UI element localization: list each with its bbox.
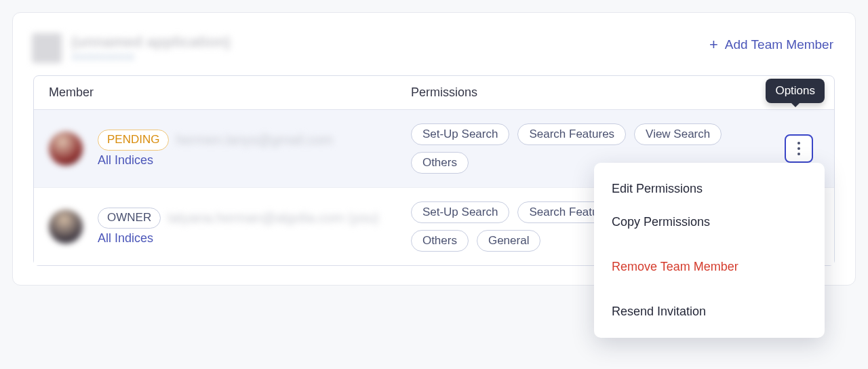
column-header-permissions: Permissions bbox=[411, 85, 778, 100]
table-header: Member Permissions bbox=[34, 76, 834, 110]
app-meta: (unnamed application) XXXXXXXXXX bbox=[71, 34, 231, 62]
options-tooltip: Options bbox=[766, 79, 825, 103]
app-subtitle: XXXXXXXXXX bbox=[71, 52, 231, 62]
member-cell: OWNER tatyana.herman@algolia.com (you) A… bbox=[49, 201, 411, 252]
menu-resend-invitation[interactable]: Resend Invitation bbox=[594, 295, 825, 328]
member-email: hermen.lanys@gmail.com bbox=[176, 132, 333, 148]
permission-chip: Others bbox=[411, 230, 469, 252]
permission-chip: General bbox=[477, 230, 540, 252]
team-card: (unnamed application) XXXXXXXXXX + Add T… bbox=[12, 12, 856, 286]
avatar bbox=[49, 210, 83, 244]
status-badge-pending: PENDING bbox=[98, 130, 169, 150]
app-thumbnail bbox=[32, 33, 62, 63]
table-row: PENDING hermen.lanys@gmail.com All Indic… bbox=[34, 110, 834, 188]
member-indices[interactable]: All Indices bbox=[98, 153, 333, 168]
permission-chip: Others bbox=[411, 152, 469, 174]
row-options-button[interactable] bbox=[785, 134, 813, 163]
menu-remove-member[interactable]: Remove Team Member bbox=[594, 250, 825, 284]
permission-chip: Set-Up Search bbox=[411, 123, 510, 145]
plus-icon: + bbox=[709, 37, 718, 52]
members-table: Member Permissions PENDING hermen.lanys@… bbox=[33, 75, 835, 266]
kebab-icon bbox=[797, 142, 800, 155]
member-indices[interactable]: All Indices bbox=[98, 231, 379, 246]
app-title: (unnamed application) bbox=[71, 34, 231, 50]
menu-separator bbox=[594, 244, 825, 245]
permission-chip: Search Features bbox=[517, 123, 626, 145]
menu-edit-permissions[interactable]: Edit Permissions bbox=[594, 172, 825, 206]
add-team-member-button[interactable]: + Add Team Member bbox=[708, 33, 835, 56]
permission-chip: Set-Up Search bbox=[411, 201, 510, 223]
member-email: tatyana.herman@algolia.com (you) bbox=[167, 210, 379, 226]
member-cell: PENDING hermen.lanys@gmail.com All Indic… bbox=[49, 123, 411, 174]
add-team-member-label: Add Team Member bbox=[725, 37, 833, 52]
column-header-member: Member bbox=[49, 85, 411, 100]
app-identity: (unnamed application) XXXXXXXXXX bbox=[32, 33, 231, 63]
card-header: (unnamed application) XXXXXXXXXX + Add T… bbox=[13, 26, 855, 75]
options-menu: Edit Permissions Copy Permissions Remove… bbox=[594, 163, 825, 338]
menu-copy-permissions[interactable]: Copy Permissions bbox=[594, 206, 825, 239]
status-badge-owner: OWNER bbox=[98, 208, 161, 228]
menu-separator bbox=[594, 289, 825, 290]
permission-chip: View Search bbox=[634, 123, 722, 145]
avatar bbox=[49, 132, 83, 166]
